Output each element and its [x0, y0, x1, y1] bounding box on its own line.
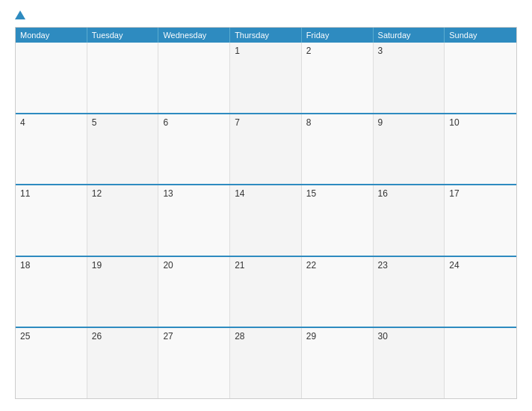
calendar-day-26: 26: [87, 328, 159, 398]
calendar-day-6: 6: [158, 114, 230, 185]
calendar-day-1: 1: [230, 43, 302, 113]
day-number: 27: [163, 331, 225, 342]
calendar-day-22: 22: [302, 257, 374, 327]
calendar-day-12: 12: [87, 185, 159, 256]
calendar-body: 1234567891011121314151617181920212223242…: [16, 43, 516, 398]
day-number: 10: [449, 117, 512, 128]
day-number: 5: [92, 117, 154, 128]
calendar-week-1: 123: [16, 43, 516, 113]
day-number: 16: [378, 188, 440, 199]
weekday-header-friday: Friday: [302, 28, 374, 43]
day-number: 7: [235, 117, 297, 128]
day-number: 11: [20, 188, 82, 199]
day-number: 1: [235, 46, 297, 56]
calendar-day-11: 11: [16, 185, 87, 256]
calendar-day-23: 23: [374, 257, 445, 327]
day-number: 19: [92, 260, 154, 271]
day-number: 21: [235, 260, 297, 271]
day-number: 9: [378, 117, 440, 128]
calendar-day-3: 3: [374, 43, 445, 113]
day-number: 22: [306, 260, 368, 271]
weekday-header-thursday: Thursday: [230, 28, 302, 43]
day-number: 14: [235, 188, 297, 199]
day-number: 28: [235, 331, 297, 342]
calendar-day-7: 7: [230, 114, 302, 185]
day-number: 15: [306, 188, 368, 199]
day-number: 17: [449, 188, 512, 199]
day-number: 4: [20, 117, 82, 128]
calendar-day-2: 2: [302, 43, 374, 113]
calendar-day-29: 29: [302, 328, 374, 398]
header: [15, 12, 517, 19]
day-number: 13: [163, 188, 225, 199]
day-number: 26: [92, 331, 154, 342]
page: MondayTuesdayWednesdayThursdayFridaySatu…: [0, 0, 532, 411]
calendar-day-19: 19: [87, 257, 159, 327]
calendar-empty-cell: [158, 43, 230, 113]
weekday-header-monday: Monday: [16, 28, 87, 43]
day-number: 2: [306, 46, 368, 56]
calendar-day-8: 8: [302, 114, 374, 185]
calendar-day-10: 10: [445, 114, 516, 185]
calendar-day-17: 17: [445, 185, 516, 256]
calendar-empty-cell: [445, 43, 516, 113]
calendar-week-4: 18192021222324: [16, 256, 516, 327]
logo-blue-text: [15, 12, 27, 19]
calendar-day-15: 15: [302, 185, 374, 256]
calendar-day-16: 16: [374, 185, 445, 256]
calendar-day-27: 27: [158, 328, 230, 398]
day-number: 6: [163, 117, 225, 128]
calendar-day-24: 24: [445, 257, 516, 327]
calendar-day-20: 20: [158, 257, 230, 327]
calendar-day-13: 13: [158, 185, 230, 256]
calendar: MondayTuesdayWednesdayThursdayFridaySatu…: [15, 27, 517, 399]
calendar-day-18: 18: [16, 257, 87, 327]
calendar-day-30: 30: [374, 328, 445, 398]
calendar-empty-cell: [16, 43, 87, 113]
calendar-week-3: 11121314151617: [16, 184, 516, 256]
day-number: 29: [306, 331, 368, 342]
calendar-day-14: 14: [230, 185, 302, 256]
logo-triangle-icon: [15, 10, 25, 19]
weekday-header-tuesday: Tuesday: [87, 28, 159, 43]
calendar-header-row: MondayTuesdayWednesdayThursdayFridaySatu…: [16, 28, 516, 43]
weekday-header-wednesday: Wednesday: [158, 28, 230, 43]
calendar-day-9: 9: [374, 114, 445, 185]
day-number: 18: [20, 260, 82, 271]
day-number: 20: [163, 260, 225, 271]
day-number: 25: [20, 331, 82, 342]
calendar-week-2: 45678910: [16, 113, 516, 185]
calendar-empty-cell: [445, 328, 516, 398]
calendar-empty-cell: [87, 43, 159, 113]
weekday-header-sunday: Sunday: [445, 28, 516, 43]
day-number: 12: [92, 188, 154, 199]
calendar-day-5: 5: [87, 114, 159, 185]
day-number: 24: [449, 260, 512, 271]
calendar-day-4: 4: [16, 114, 87, 185]
calendar-day-28: 28: [230, 328, 302, 398]
logo: [15, 12, 27, 19]
day-number: 23: [378, 260, 440, 271]
weekday-header-saturday: Saturday: [374, 28, 445, 43]
day-number: 8: [306, 117, 368, 128]
calendar-day-21: 21: [230, 257, 302, 327]
calendar-week-5: 252627282930: [16, 327, 516, 398]
day-number: 3: [378, 46, 440, 56]
calendar-day-25: 25: [16, 328, 87, 398]
day-number: 30: [378, 331, 440, 342]
